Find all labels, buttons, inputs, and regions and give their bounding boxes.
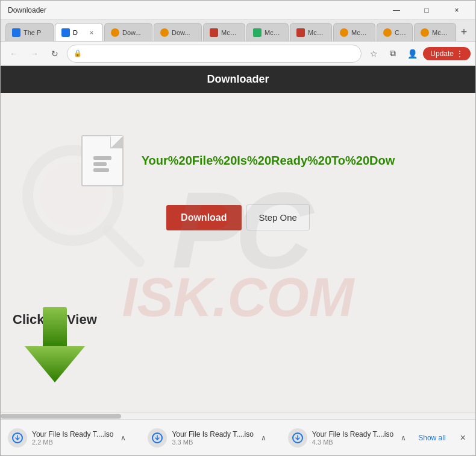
download-circle-icon-3	[292, 432, 303, 443]
close-download-bar-button[interactable]: ×	[456, 430, 471, 446]
svg-rect-3	[43, 307, 67, 349]
download-item-2-chevron[interactable]: ∧	[258, 431, 269, 445]
tab-10-title: McAf...	[432, 29, 449, 36]
title-bar-text: Downloader	[5, 6, 380, 14]
content-center: Your%20File%20Is%20Ready%20To%20Dow	[81, 135, 395, 186]
tab-10-favicon	[421, 28, 429, 37]
tab-5-favicon	[210, 28, 218, 37]
title-bar: Downloader — □ ×	[1, 1, 475, 20]
tab-5[interactable]: McAf...	[203, 23, 245, 41]
zip-line-2	[93, 162, 107, 166]
zip-line-1	[93, 156, 111, 160]
file-icon-fold	[111, 136, 123, 148]
show-all-button[interactable]: Show all	[418, 434, 445, 442]
horizontal-scrollbar[interactable]	[1, 412, 475, 419]
scrollbar-thumb[interactable]	[1, 414, 121, 419]
forward-icon: →	[30, 49, 39, 59]
tab-3-favicon	[111, 28, 119, 37]
star-icon: ☆	[370, 49, 378, 59]
arrow-down-icon	[25, 307, 85, 385]
tab-7[interactable]: McAf...	[290, 23, 332, 41]
download-item-1-icon	[8, 428, 27, 448]
title-bar-controls: — □ ×	[383, 2, 471, 19]
tab-8-favicon	[340, 28, 348, 37]
download-item-2-name: Your File Is Ready T....iso	[172, 430, 253, 439]
new-tab-button[interactable]: +	[457, 24, 471, 40]
tab-2-close[interactable]: ×	[87, 28, 96, 37]
download-item-3-chevron[interactable]: ∧	[398, 431, 409, 445]
download-item-3-icon	[288, 428, 307, 448]
tab-bar: The P D × Dow... Dow... McAf... McAf...	[1, 20, 475, 42]
tab-5-title: McAf...	[221, 29, 239, 36]
tab-8[interactable]: McAf...	[333, 23, 375, 41]
download-item-3-size: 4.3 MB	[312, 439, 393, 446]
reload-button[interactable]: ↻	[46, 45, 63, 62]
forward-button[interactable]: →	[26, 45, 43, 62]
nav-bar: ← → ↻ 🔒 ☆ ⧉ 👤 Update ⋮	[1, 42, 475, 66]
back-button[interactable]: ←	[5, 45, 22, 62]
page-header: Downloader	[1, 66, 475, 93]
download-item-2-icon	[148, 428, 167, 448]
bookmark-button[interactable]: ☆	[365, 45, 382, 62]
profile-button[interactable]: 👤	[404, 45, 421, 62]
close-button[interactable]: ×	[443, 2, 471, 19]
tab-6-favicon	[253, 28, 261, 37]
download-item-2-size: 3.3 MB	[172, 439, 253, 446]
tab-2-title: D	[73, 29, 84, 36]
tab-1[interactable]: The P	[5, 23, 54, 41]
tab-4-title: Dow...	[172, 29, 195, 36]
tab-1-favicon	[12, 28, 20, 37]
download-item-2-info: Your File Is Ready T....iso 3.3 MB	[172, 430, 253, 446]
address-bar[interactable]: 🔒	[67, 45, 362, 63]
tab-6[interactable]: McAf...	[246, 23, 289, 41]
tab-9[interactable]: Click	[377, 23, 413, 41]
browser-window: Downloader — □ × The P D × Do	[0, 0, 476, 456]
tab-7-favicon	[296, 28, 305, 37]
tab-9-title: Click	[395, 29, 406, 36]
update-chevron-icon: ⋮	[456, 49, 463, 58]
download-bar: Your File Is Ready T....iso 2.2 MB ∧ You…	[1, 419, 475, 455]
download-item-3-name: Your File Is Ready T....iso	[312, 430, 393, 439]
tab-4-favicon	[160, 28, 169, 37]
maximize-button[interactable]: □	[413, 2, 440, 19]
download-item-1-name: Your File Is Ready T....iso	[32, 430, 113, 439]
page-header-title: Downloader	[207, 73, 269, 85]
tab-search-icon: ⧉	[390, 48, 396, 59]
tab-2-favicon	[61, 28, 70, 37]
download-item-1-chevron[interactable]: ∧	[118, 431, 128, 445]
tab-4[interactable]: Dow...	[154, 23, 202, 41]
download-circle-icon-1	[12, 432, 23, 443]
tab-7-title: McAf...	[308, 29, 325, 36]
update-button[interactable]: Update ⋮	[423, 47, 471, 60]
download-item-1-info: Your File Is Ready T....iso 2.2 MB	[32, 430, 113, 446]
reload-icon: ↻	[51, 49, 58, 59]
tab-2[interactable]: D ×	[55, 23, 103, 41]
tab-1-title: The P	[23, 29, 47, 36]
download-item-1: Your File Is Ready T....iso 2.2 MB ∧	[8, 428, 128, 448]
tab-6-title: McAf...	[265, 29, 282, 36]
tab-9-favicon	[383, 28, 392, 37]
download-circle-icon-2	[152, 432, 163, 443]
download-item-1-size: 2.2 MB	[32, 439, 113, 446]
watermark-isk: ISK.COM	[122, 267, 354, 329]
tab-search-button[interactable]: ⧉	[384, 45, 401, 62]
tab-10[interactable]: McAf...	[414, 23, 456, 41]
lock-icon: 🔒	[74, 49, 82, 57]
tab-3[interactable]: Dow...	[104, 23, 152, 41]
minimize-button[interactable]: —	[383, 2, 410, 19]
nav-actions: ☆ ⧉ 👤 Update ⋮	[365, 45, 471, 62]
download-button[interactable]: Download	[166, 205, 241, 230]
tab-8-title: McAf...	[351, 29, 369, 36]
download-item-3: Your File Is Ready T....iso 4.3 MB ∧	[288, 428, 409, 448]
buttons-row: Download Step One	[166, 204, 310, 230]
profile-icon: 👤	[407, 49, 418, 59]
watermark-pc: PC	[172, 176, 304, 285]
update-label: Update	[430, 49, 454, 58]
download-item-3-info: Your File Is Ready T....iso 4.3 MB	[312, 430, 393, 446]
tab-3-title: Dow...	[122, 29, 146, 36]
step-one-button[interactable]: Step One	[246, 204, 310, 230]
ready-text: Your%20File%20Is%20Ready%20To%20Dow	[142, 154, 395, 168]
svg-marker-4	[25, 346, 85, 382]
download-item-2: Your File Is Ready T....iso 3.3 MB ∧	[148, 428, 268, 448]
arrow-down-container	[25, 307, 85, 388]
